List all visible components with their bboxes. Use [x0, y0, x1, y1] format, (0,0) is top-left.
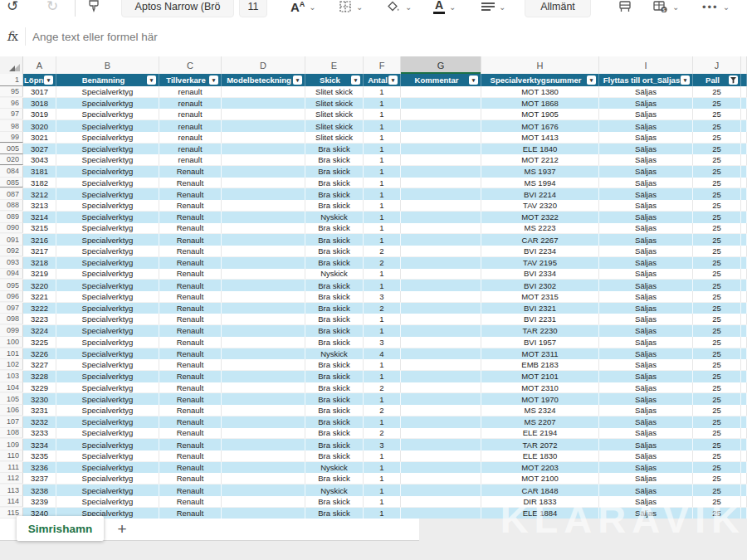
table-cell[interactable]: Specialverktyg: [56, 257, 159, 269]
table-cell[interactable]: 25: [693, 188, 741, 200]
format-painter-button[interactable]: [86, 0, 101, 18]
table-cell[interactable]: 25: [693, 98, 741, 110]
table-cell[interactable]: [222, 120, 305, 132]
table-cell[interactable]: Specialverktyg: [56, 166, 159, 178]
table-cell[interactable]: Renault: [159, 291, 222, 302]
table-cell[interactable]: Specialverktyg: [56, 291, 159, 302]
table-cell[interactable]: 25: [693, 314, 741, 324]
table-cell[interactable]: [401, 223, 481, 234]
font-format-button[interactable]: A A ⌄: [290, 0, 316, 18]
table-cell[interactable]: Säljas: [599, 178, 693, 188]
table-cell[interactable]: MOT 1905: [481, 109, 599, 119]
table-cell[interactable]: 25: [693, 212, 741, 223]
table-cell[interactable]: MS 2207: [481, 416, 599, 428]
table-cell[interactable]: Renault: [159, 212, 222, 223]
row-header[interactable]: 102: [0, 359, 23, 370]
row-header[interactable]: 091: [0, 234, 23, 246]
table-cell[interactable]: Specialverktyg: [56, 348, 159, 360]
table-cell[interactable]: 25: [693, 223, 741, 234]
table-cell[interactable]: [741, 485, 747, 496]
row-header[interactable]: 112: [0, 473, 23, 484]
table-cell[interactable]: [401, 473, 481, 484]
table-cell[interactable]: [741, 462, 747, 474]
table-cell[interactable]: Specialverktyg: [56, 280, 159, 291]
table-cell[interactable]: Specialverktyg: [56, 86, 159, 97]
table-cell[interactable]: MOT 1380: [481, 86, 599, 97]
table-cell[interactable]: 3236: [23, 462, 56, 474]
column-header-A[interactable]: A: [23, 56, 56, 74]
row-header[interactable]: 095: [0, 280, 23, 291]
table-cell[interactable]: [741, 132, 747, 143]
table-cell[interactable]: 1: [364, 508, 401, 519]
table-cell[interactable]: Bra skick: [305, 200, 364, 211]
table-cell[interactable]: renault: [159, 120, 222, 132]
column-header-sliver[interactable]: [741, 56, 747, 74]
undo-button[interactable]: ↺: [7, 0, 18, 18]
table-cell[interactable]: [741, 246, 747, 256]
table-cell[interactable]: 1: [364, 450, 401, 461]
table-cell[interactable]: [401, 257, 481, 269]
table-cell[interactable]: [741, 348, 747, 360]
table-cell[interactable]: Bra skick: [305, 257, 364, 269]
table-cell[interactable]: Renault: [159, 348, 222, 360]
table-cell[interactable]: 3232: [23, 416, 56, 428]
table-cell[interactable]: 3221: [23, 291, 56, 302]
filter-funnel-button[interactable]: [729, 75, 738, 85]
table-cell[interactable]: Specialverktyg: [56, 269, 159, 280]
table-cell[interactable]: Specialverktyg: [56, 178, 159, 188]
row-header[interactable]: 088: [0, 200, 23, 211]
table-cell[interactable]: 3212: [23, 188, 56, 200]
column-header-H[interactable]: H: [481, 56, 599, 74]
table-cell[interactable]: [741, 178, 747, 188]
table-cell[interactable]: [401, 234, 481, 246]
row-header[interactable]: 096: [0, 291, 23, 302]
sheet-tab-simrishamn[interactable]: Simrishamn: [17, 516, 104, 541]
table-cell[interactable]: Säljas: [599, 485, 693, 496]
table-cell[interactable]: [222, 246, 305, 256]
table-cell[interactable]: Säljas: [599, 496, 693, 507]
column-header-B[interactable]: B: [56, 56, 159, 74]
table-cell[interactable]: 25: [693, 132, 741, 143]
table-cell[interactable]: Bra skick: [305, 473, 364, 484]
table-cell[interactable]: [222, 416, 305, 428]
table-cell[interactable]: 3216: [23, 234, 56, 246]
table-cell[interactable]: [401, 166, 481, 178]
table-cell[interactable]: Bra skick: [305, 178, 364, 188]
table-cell[interactable]: [401, 200, 481, 211]
table-cell[interactable]: [401, 462, 481, 474]
table-cell[interactable]: [741, 303, 747, 314]
table-cell[interactable]: [401, 144, 481, 155]
table-cell[interactable]: Säljas: [599, 269, 693, 280]
table-cell[interactable]: 1: [364, 269, 401, 280]
table-cell[interactable]: 2: [364, 246, 401, 256]
filter-dropdown-button[interactable]: ▾: [209, 75, 218, 85]
table-cell[interactable]: 3237: [23, 473, 56, 484]
table-cell[interactable]: Bra skick: [305, 314, 364, 324]
table-cell[interactable]: 3217: [23, 246, 56, 256]
table-cell[interactable]: Renault: [159, 473, 222, 484]
table-cell[interactable]: Specialverktyg: [56, 154, 159, 165]
table-cell[interactable]: Specialverktyg: [56, 439, 159, 450]
table-cell[interactable]: [741, 166, 747, 178]
table-cell[interactable]: 1: [364, 200, 401, 211]
row-header[interactable]: 98: [0, 120, 23, 132]
table-cell[interactable]: [401, 416, 481, 428]
table-cell[interactable]: [401, 439, 481, 450]
table-cell[interactable]: 25: [693, 178, 741, 188]
filter-dropdown-button[interactable]: ▾: [147, 75, 156, 85]
table-cell[interactable]: Säljas: [599, 473, 693, 484]
table-cell[interactable]: Bra skick: [305, 337, 364, 348]
row-header[interactable]: 093: [0, 257, 23, 269]
table-cell[interactable]: Säljas: [599, 359, 693, 370]
table-cell[interactable]: Bra skick: [305, 291, 364, 302]
table-cell[interactable]: TAR 2072: [481, 439, 599, 450]
table-cell[interactable]: Specialverktyg: [56, 223, 159, 234]
row-header[interactable]: 005: [0, 144, 23, 155]
table-cell[interactable]: [401, 178, 481, 188]
table-cell[interactable]: 3: [364, 291, 401, 302]
table-cell[interactable]: [741, 269, 747, 280]
table-cell[interactable]: [401, 303, 481, 314]
table-cell[interactable]: [222, 450, 305, 461]
row-header[interactable]: 101: [0, 348, 23, 360]
table-cell[interactable]: Specialverktyg: [56, 405, 159, 416]
